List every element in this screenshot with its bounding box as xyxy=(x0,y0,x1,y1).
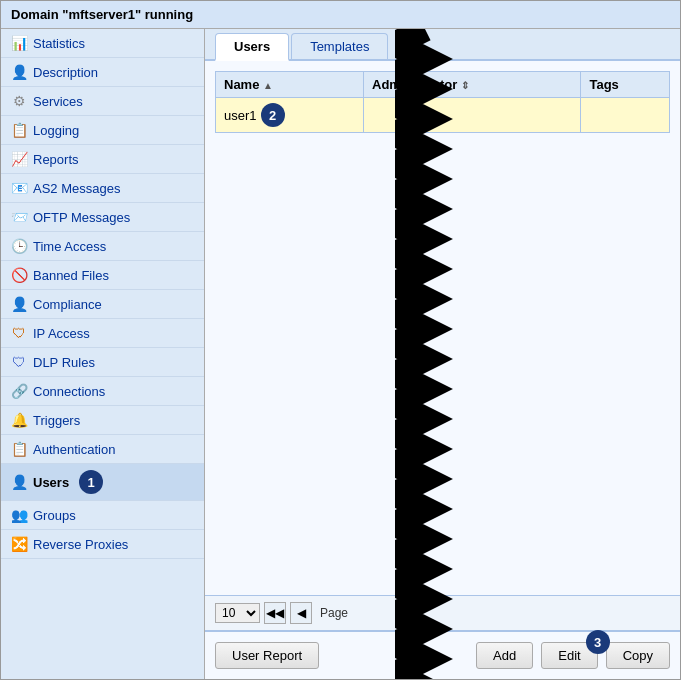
first-page-button[interactable]: ◀◀ xyxy=(264,602,286,624)
sidebar-item-connections[interactable]: 🔗Connections xyxy=(1,377,204,406)
pagination-bar: 102550100 ◀◀ ◀ Page xyxy=(205,595,680,631)
sidebar-label-statistics: Statistics xyxy=(33,36,85,51)
sidebar-item-time-access[interactable]: 🕒Time Access xyxy=(1,232,204,261)
page-label: Page xyxy=(320,606,348,620)
time-icon: 🕒 xyxy=(11,238,27,254)
sidebar-item-dlp-rules[interactable]: 🛡DLP Rules xyxy=(1,348,204,377)
sidebar-item-reports[interactable]: 📈Reports xyxy=(1,145,204,174)
per-page-select[interactable]: 102550100 xyxy=(215,603,260,623)
user-icon: 👤 xyxy=(11,474,27,490)
compliance-icon: 👤 xyxy=(11,296,27,312)
row-badge: 2 xyxy=(261,103,285,127)
add-button[interactable]: Add xyxy=(476,642,533,669)
copy-button[interactable]: Copy xyxy=(606,642,670,669)
sidebar-item-groups[interactable]: 👥Groups xyxy=(1,501,204,530)
banned-icon: 🚫 xyxy=(11,267,27,283)
ip-icon: 🛡 xyxy=(11,325,27,341)
proxy-icon: 🔀 xyxy=(11,536,27,552)
sidebar-item-ip-access[interactable]: 🛡IP Access xyxy=(1,319,204,348)
conn-icon: 🔗 xyxy=(11,383,27,399)
sidebar-item-compliance[interactable]: 👤Compliance xyxy=(1,290,204,319)
sidebar-label-oftp-messages: OFTP Messages xyxy=(33,210,130,225)
prev-page-button[interactable]: ◀ xyxy=(290,602,312,624)
as2-icon: 📧 xyxy=(11,180,27,196)
main-window: Domain "mftserver1" running 📊Statistics👤… xyxy=(0,0,681,680)
sidebar-label-reverse-proxies: Reverse Proxies xyxy=(33,537,128,552)
sidebar-label-banned-files: Banned Files xyxy=(33,268,109,283)
sidebar-label-authentication: Authentication xyxy=(33,442,115,457)
tab-users[interactable]: Users xyxy=(215,33,289,61)
sidebar-label-dlp-rules: DLP Rules xyxy=(33,355,95,370)
sidebar-item-statistics[interactable]: 📊Statistics xyxy=(1,29,204,58)
sidebar-label-logging: Logging xyxy=(33,123,79,138)
reports-icon: 📈 xyxy=(11,151,27,167)
sidebar-badge-users: 1 xyxy=(79,470,103,494)
tab-templates[interactable]: Templates xyxy=(291,33,388,59)
col-administrator[interactable]: Administrator ⇕ xyxy=(364,72,581,98)
main-panel: UsersTemplates Name ▲ Administrator ⇕ xyxy=(205,29,680,679)
sidebar-label-compliance: Compliance xyxy=(33,297,102,312)
content-area: 📊Statistics👤Description⚙Services📋Logging… xyxy=(1,29,680,679)
sidebar-label-as2-messages: AS2 Messages xyxy=(33,181,120,196)
sidebar-item-users[interactable]: 👤Users1 xyxy=(1,464,204,501)
sort-asc-icon: ▲ xyxy=(263,80,273,91)
cell-administrator xyxy=(364,98,581,133)
logging-icon: 📋 xyxy=(11,122,27,138)
users-table: Name ▲ Administrator ⇕ Tags xyxy=(215,71,670,133)
sidebar-label-reports: Reports xyxy=(33,152,79,167)
sidebar-label-triggers: Triggers xyxy=(33,413,80,428)
edit-badge: 3 xyxy=(586,630,610,654)
sidebar-label-users: Users xyxy=(33,475,69,490)
sidebar-label-services: Services xyxy=(33,94,83,109)
chart-icon: 📊 xyxy=(11,35,27,51)
sidebar-label-description: Description xyxy=(33,65,98,80)
sidebar-item-services[interactable]: ⚙Services xyxy=(1,87,204,116)
table-area: Name ▲ Administrator ⇕ Tags xyxy=(205,61,680,595)
sidebar: 📊Statistics👤Description⚙Services📋Logging… xyxy=(1,29,205,679)
info-icon: 👤 xyxy=(11,64,27,80)
cell-tags xyxy=(581,98,670,133)
sidebar-item-logging[interactable]: 📋Logging xyxy=(1,116,204,145)
sidebar-label-time-access: Time Access xyxy=(33,239,106,254)
services-icon: ⚙ xyxy=(11,93,27,109)
cell-name: user12 xyxy=(216,98,364,133)
sidebar-label-groups: Groups xyxy=(33,508,76,523)
sort-none-icon: ⇕ xyxy=(461,80,469,91)
col-tags[interactable]: Tags xyxy=(581,72,670,98)
sidebar-item-triggers[interactable]: 🔔Triggers xyxy=(1,406,204,435)
dlp-icon: 🛡 xyxy=(11,354,27,370)
action-bar: User Report Add Edit 3 Copy xyxy=(205,631,680,679)
window-title: Domain "mftserver1" running xyxy=(11,7,193,22)
user-report-button[interactable]: User Report xyxy=(215,642,319,669)
sidebar-item-reverse-proxies[interactable]: 🔀Reverse Proxies xyxy=(1,530,204,559)
sidebar-label-connections: Connections xyxy=(33,384,105,399)
groups-icon: 👥 xyxy=(11,507,27,523)
trigger-icon: 🔔 xyxy=(11,412,27,428)
sidebar-item-as2-messages[interactable]: 📧AS2 Messages xyxy=(1,174,204,203)
sidebar-item-banned-files[interactable]: 🚫Banned Files xyxy=(1,261,204,290)
sidebar-label-ip-access: IP Access xyxy=(33,326,90,341)
col-name[interactable]: Name ▲ xyxy=(216,72,364,98)
sidebar-item-description[interactable]: 👤Description xyxy=(1,58,204,87)
sidebar-item-oftp-messages[interactable]: 📨OFTP Messages xyxy=(1,203,204,232)
table-row[interactable]: user12 xyxy=(216,98,670,133)
sidebar-item-authentication[interactable]: 📋Authentication xyxy=(1,435,204,464)
auth-icon: 📋 xyxy=(11,441,27,457)
oftp-icon: 📨 xyxy=(11,209,27,225)
tab-bar: UsersTemplates xyxy=(205,29,680,61)
title-bar: Domain "mftserver1" running xyxy=(1,1,680,29)
